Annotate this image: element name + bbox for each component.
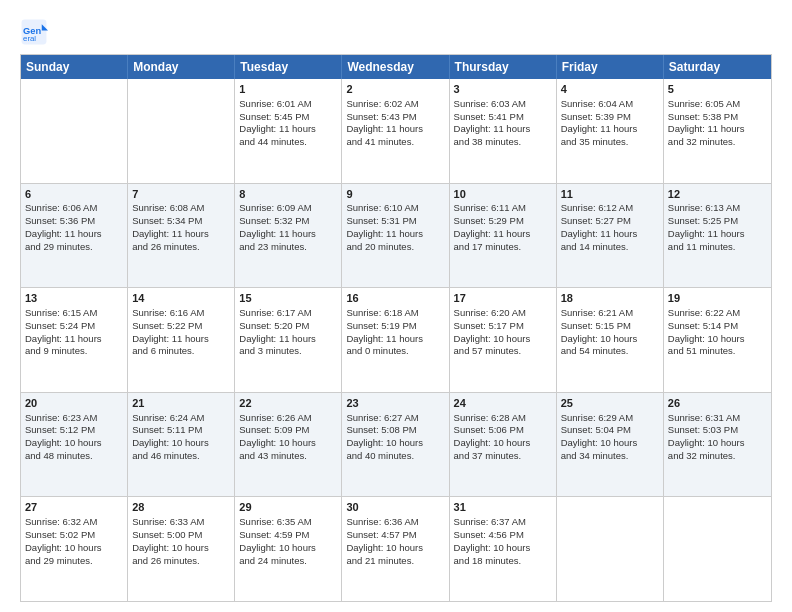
cell-info-line: Daylight: 11 hours [132,333,230,346]
cell-info-line: and 3 minutes. [239,345,337,358]
page: Gen eral SundayMondayTuesdayWednesdayThu… [0,0,792,612]
svg-text:eral: eral [23,34,36,43]
cell-info-line: Sunrise: 6:29 AM [561,412,659,425]
col-header-monday: Monday [128,55,235,79]
cell-info-line: Sunset: 5:39 PM [561,111,659,124]
day-number-14: 14 [132,291,230,306]
day-number-26: 26 [668,396,767,411]
day-number-31: 31 [454,500,552,515]
cell-info-line: Sunset: 5:31 PM [346,215,444,228]
col-header-tuesday: Tuesday [235,55,342,79]
cell-info-line: Daylight: 11 hours [346,228,444,241]
cell-info-line: and 29 minutes. [25,555,123,568]
cell-info-line: Daylight: 11 hours [25,333,123,346]
day-number-28: 28 [132,500,230,515]
day-cell-3: 3Sunrise: 6:03 AMSunset: 5:41 PMDaylight… [450,79,557,183]
cell-info-line: Daylight: 10 hours [132,542,230,555]
cell-info-line: Daylight: 10 hours [239,542,337,555]
day-number-9: 9 [346,187,444,202]
day-cell-30: 30Sunrise: 6:36 AMSunset: 4:57 PMDayligh… [342,497,449,601]
day-number-15: 15 [239,291,337,306]
calendar-row-3: 13Sunrise: 6:15 AMSunset: 5:24 PMDayligh… [21,287,771,392]
cell-info-line: and 21 minutes. [346,555,444,568]
calendar-row-4: 20Sunrise: 6:23 AMSunset: 5:12 PMDayligh… [21,392,771,497]
day-number-13: 13 [25,291,123,306]
day-cell-31: 31Sunrise: 6:37 AMSunset: 4:56 PMDayligh… [450,497,557,601]
cell-info-line: Daylight: 11 hours [454,123,552,136]
cell-info-line: Daylight: 11 hours [239,228,337,241]
cell-info-line: Sunset: 5:08 PM [346,424,444,437]
cell-info-line: and 23 minutes. [239,241,337,254]
cell-info-line: and 18 minutes. [454,555,552,568]
cell-info-line: Sunset: 5:12 PM [25,424,123,437]
empty-cell [128,79,235,183]
day-number-2: 2 [346,82,444,97]
cell-info-line: Sunrise: 6:13 AM [668,202,767,215]
cell-info-line: Sunrise: 6:26 AM [239,412,337,425]
cell-info-line: and 37 minutes. [454,450,552,463]
cell-info-line: and 48 minutes. [25,450,123,463]
cell-info-line: Daylight: 10 hours [668,333,767,346]
logo: Gen eral [20,18,52,46]
day-number-21: 21 [132,396,230,411]
day-cell-9: 9Sunrise: 6:10 AMSunset: 5:31 PMDaylight… [342,184,449,288]
day-cell-10: 10Sunrise: 6:11 AMSunset: 5:29 PMDayligh… [450,184,557,288]
day-cell-19: 19Sunrise: 6:22 AMSunset: 5:14 PMDayligh… [664,288,771,392]
cell-info-line: Sunrise: 6:27 AM [346,412,444,425]
cell-info-line: Sunrise: 6:06 AM [25,202,123,215]
cell-info-line: and 32 minutes. [668,136,767,149]
day-number-30: 30 [346,500,444,515]
cell-info-line: Sunrise: 6:32 AM [25,516,123,529]
day-cell-23: 23Sunrise: 6:27 AMSunset: 5:08 PMDayligh… [342,393,449,497]
calendar-row-2: 6Sunrise: 6:06 AMSunset: 5:36 PMDaylight… [21,183,771,288]
cell-info-line: and 41 minutes. [346,136,444,149]
cell-info-line: and 44 minutes. [239,136,337,149]
cell-info-line: and 20 minutes. [346,241,444,254]
cell-info-line: Sunset: 5:09 PM [239,424,337,437]
calendar-row-1: 1Sunrise: 6:01 AMSunset: 5:45 PMDaylight… [21,79,771,183]
cell-info-line: and 26 minutes. [132,241,230,254]
cell-info-line: Sunrise: 6:11 AM [454,202,552,215]
cell-info-line: Daylight: 10 hours [25,437,123,450]
day-number-22: 22 [239,396,337,411]
cell-info-line: and 32 minutes. [668,450,767,463]
day-number-25: 25 [561,396,659,411]
cell-info-line: and 57 minutes. [454,345,552,358]
cell-info-line: Daylight: 11 hours [239,123,337,136]
day-cell-5: 5Sunrise: 6:05 AMSunset: 5:38 PMDaylight… [664,79,771,183]
cell-info-line: Daylight: 11 hours [668,228,767,241]
cell-info-line: and 38 minutes. [454,136,552,149]
cell-info-line: Daylight: 11 hours [25,228,123,241]
day-number-7: 7 [132,187,230,202]
cell-info-line: and 54 minutes. [561,345,659,358]
cell-info-line: and 6 minutes. [132,345,230,358]
day-cell-25: 25Sunrise: 6:29 AMSunset: 5:04 PMDayligh… [557,393,664,497]
cell-info-line: Sunset: 5:24 PM [25,320,123,333]
cell-info-line: Sunrise: 6:02 AM [346,98,444,111]
cell-info-line: Sunrise: 6:33 AM [132,516,230,529]
cell-info-line: Sunrise: 6:09 AM [239,202,337,215]
day-cell-14: 14Sunrise: 6:16 AMSunset: 5:22 PMDayligh… [128,288,235,392]
cell-info-line: Daylight: 10 hours [132,437,230,450]
calendar-body: 1Sunrise: 6:01 AMSunset: 5:45 PMDaylight… [21,79,771,601]
cell-info-line: Sunset: 5:19 PM [346,320,444,333]
day-cell-6: 6Sunrise: 6:06 AMSunset: 5:36 PMDaylight… [21,184,128,288]
cell-info-line: Sunrise: 6:01 AM [239,98,337,111]
cell-info-line: and 11 minutes. [668,241,767,254]
logo-icon: Gen eral [20,18,48,46]
day-cell-1: 1Sunrise: 6:01 AMSunset: 5:45 PMDaylight… [235,79,342,183]
day-cell-4: 4Sunrise: 6:04 AMSunset: 5:39 PMDaylight… [557,79,664,183]
day-number-1: 1 [239,82,337,97]
calendar-row-5: 27Sunrise: 6:32 AMSunset: 5:02 PMDayligh… [21,496,771,601]
day-cell-27: 27Sunrise: 6:32 AMSunset: 5:02 PMDayligh… [21,497,128,601]
day-cell-13: 13Sunrise: 6:15 AMSunset: 5:24 PMDayligh… [21,288,128,392]
day-cell-29: 29Sunrise: 6:35 AMSunset: 4:59 PMDayligh… [235,497,342,601]
header: Gen eral [20,18,772,46]
calendar: SundayMondayTuesdayWednesdayThursdayFrid… [20,54,772,602]
col-header-friday: Friday [557,55,664,79]
day-cell-7: 7Sunrise: 6:08 AMSunset: 5:34 PMDaylight… [128,184,235,288]
day-number-29: 29 [239,500,337,515]
day-number-20: 20 [25,396,123,411]
cell-info-line: Sunrise: 6:37 AM [454,516,552,529]
cell-info-line: Sunrise: 6:04 AM [561,98,659,111]
